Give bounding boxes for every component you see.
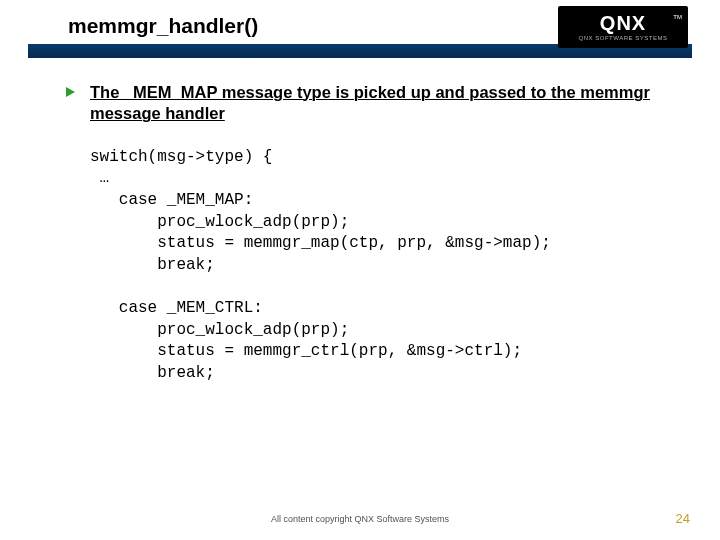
- bullet-text: The _MEM_MAP message type is picked up a…: [90, 82, 684, 125]
- logo-main-text: QNX: [600, 13, 646, 33]
- page-number: 24: [676, 511, 690, 526]
- slide-header: memmgr_handler() TM QNX QNX SOFTWARE SYS…: [0, 0, 720, 58]
- code-block: switch(msg->type) { … case _MEM_MAP: pro…: [90, 147, 684, 385]
- slide-content: The _MEM_MAP message type is picked up a…: [0, 58, 720, 384]
- footer-copyright: All content copyright QNX Software Syste…: [0, 514, 720, 524]
- bullet-item: The _MEM_MAP message type is picked up a…: [64, 82, 684, 125]
- logo-sub-text: QNX SOFTWARE SYSTEMS: [579, 35, 668, 41]
- trademark-icon: TM: [673, 14, 682, 20]
- slide-title: memmgr_handler(): [68, 14, 258, 38]
- arrow-right-icon: [64, 85, 78, 99]
- qnx-logo: TM QNX QNX SOFTWARE SYSTEMS: [558, 6, 688, 48]
